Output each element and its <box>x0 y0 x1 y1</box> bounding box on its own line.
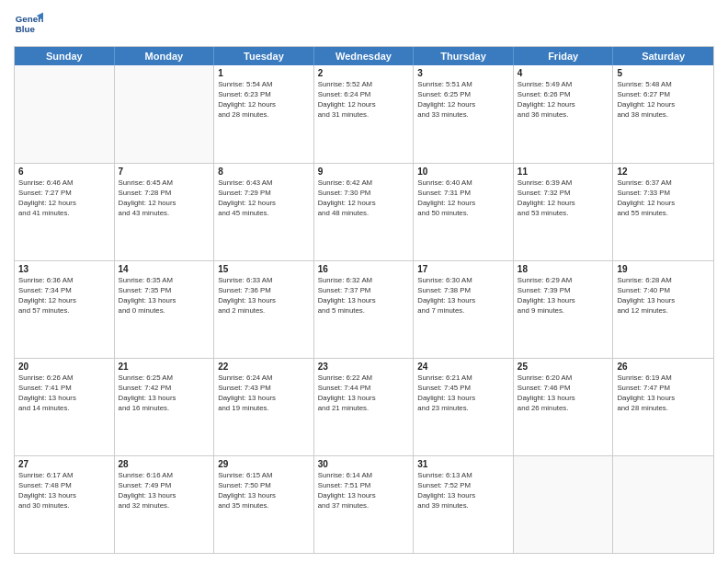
day-info: Sunrise: 5:52 AM Sunset: 6:24 PM Dayligh… <box>318 80 410 121</box>
day-number: 21 <box>119 362 210 372</box>
day-info: Sunrise: 6:46 AM Sunset: 7:27 PM Dayligh… <box>18 178 110 219</box>
table-row: 10Sunrise: 6:40 AM Sunset: 7:31 PM Dayli… <box>414 164 514 260</box>
day-info: Sunrise: 6:19 AM Sunset: 7:47 PM Dayligh… <box>617 373 710 414</box>
day-info: Sunrise: 5:51 AM Sunset: 6:25 PM Dayligh… <box>417 80 509 121</box>
day-info: Sunrise: 6:33 AM Sunset: 7:36 PM Dayligh… <box>218 276 310 316</box>
header: General Blue <box>14 9 714 39</box>
day-number: 24 <box>417 362 509 372</box>
table-row: 18Sunrise: 6:29 AM Sunset: 7:39 PM Dayli… <box>514 261 614 358</box>
table-row: 15Sunrise: 6:33 AM Sunset: 7:36 PM Dayli… <box>214 261 314 358</box>
day-number: 10 <box>417 167 509 177</box>
day-number: 29 <box>218 459 310 469</box>
header-day-monday: Monday <box>115 47 215 65</box>
day-info: Sunrise: 6:22 AM Sunset: 7:44 PM Dayligh… <box>318 373 410 414</box>
header-day-wednesday: Wednesday <box>314 47 415 65</box>
table-row: 12Sunrise: 6:37 AM Sunset: 7:33 PM Dayli… <box>613 164 713 260</box>
week-row-2: 6Sunrise: 6:46 AM Sunset: 7:27 PM Daylig… <box>15 163 713 260</box>
table-row: 23Sunrise: 6:22 AM Sunset: 7:44 PM Dayli… <box>314 359 415 455</box>
table-row: 4Sunrise: 5:49 AM Sunset: 6:26 PM Daylig… <box>514 65 614 163</box>
day-info: Sunrise: 6:45 AM Sunset: 7:28 PM Dayligh… <box>119 178 210 219</box>
day-info: Sunrise: 6:32 AM Sunset: 7:37 PM Dayligh… <box>318 276 410 316</box>
table-row: 27Sunrise: 6:17 AM Sunset: 7:48 PM Dayli… <box>15 456 115 553</box>
day-number: 9 <box>318 167 410 177</box>
day-number: 12 <box>617 167 710 177</box>
table-row: 7Sunrise: 6:45 AM Sunset: 7:28 PM Daylig… <box>115 164 215 260</box>
table-row <box>15 65 115 163</box>
day-number: 18 <box>518 264 609 274</box>
day-info: Sunrise: 6:40 AM Sunset: 7:31 PM Dayligh… <box>417 178 509 219</box>
header-day-thursday: Thursday <box>414 47 514 65</box>
day-info: Sunrise: 6:36 AM Sunset: 7:34 PM Dayligh… <box>18 276 110 316</box>
day-number: 22 <box>218 362 310 372</box>
table-row: 17Sunrise: 6:30 AM Sunset: 7:38 PM Dayli… <box>414 261 514 358</box>
table-row: 20Sunrise: 6:26 AM Sunset: 7:41 PM Dayli… <box>15 359 115 455</box>
table-row: 8Sunrise: 6:43 AM Sunset: 7:29 PM Daylig… <box>214 164 314 260</box>
table-row: 14Sunrise: 6:35 AM Sunset: 7:35 PM Dayli… <box>115 261 215 358</box>
day-info: Sunrise: 6:17 AM Sunset: 7:48 PM Dayligh… <box>18 471 110 511</box>
day-info: Sunrise: 6:14 AM Sunset: 7:51 PM Dayligh… <box>318 471 410 511</box>
day-info: Sunrise: 6:26 AM Sunset: 7:41 PM Dayligh… <box>18 373 110 414</box>
header-day-friday: Friday <box>514 47 614 65</box>
table-row: 19Sunrise: 6:28 AM Sunset: 7:40 PM Dayli… <box>613 261 713 358</box>
logo-icon: General Blue <box>14 9 43 39</box>
header-day-sunday: Sunday <box>15 47 115 65</box>
week-row-3: 13Sunrise: 6:36 AM Sunset: 7:34 PM Dayli… <box>15 260 713 358</box>
day-number: 3 <box>417 68 509 78</box>
day-info: Sunrise: 6:43 AM Sunset: 7:29 PM Dayligh… <box>218 178 310 219</box>
day-number: 31 <box>417 459 509 469</box>
calendar-body: 1Sunrise: 5:54 AM Sunset: 6:23 PM Daylig… <box>15 65 713 553</box>
calendar: SundayMondayTuesdayWednesdayThursdayFrid… <box>14 46 714 554</box>
day-number: 19 <box>617 264 710 274</box>
day-number: 5 <box>617 68 710 78</box>
day-number: 11 <box>518 167 609 177</box>
table-row: 11Sunrise: 6:39 AM Sunset: 7:32 PM Dayli… <box>514 164 614 260</box>
table-row <box>514 456 614 553</box>
day-number: 25 <box>518 362 609 372</box>
table-row: 6Sunrise: 6:46 AM Sunset: 7:27 PM Daylig… <box>15 164 115 260</box>
day-number: 16 <box>318 264 410 274</box>
table-row: 22Sunrise: 6:24 AM Sunset: 7:43 PM Dayli… <box>214 359 314 455</box>
week-row-5: 27Sunrise: 6:17 AM Sunset: 7:48 PM Dayli… <box>15 455 713 553</box>
day-info: Sunrise: 6:20 AM Sunset: 7:46 PM Dayligh… <box>518 373 609 414</box>
header-day-saturday: Saturday <box>613 47 713 65</box>
day-number: 1 <box>218 68 310 78</box>
day-number: 13 <box>18 264 110 274</box>
calendar-header: SundayMondayTuesdayWednesdayThursdayFrid… <box>15 47 713 65</box>
day-number: 17 <box>417 264 509 274</box>
day-number: 2 <box>318 68 410 78</box>
table-row: 26Sunrise: 6:19 AM Sunset: 7:47 PM Dayli… <box>613 359 713 455</box>
page: General Blue SundayMondayTuesdayWednesda… <box>0 0 728 563</box>
table-row: 29Sunrise: 6:15 AM Sunset: 7:50 PM Dayli… <box>214 456 314 553</box>
table-row <box>613 456 713 553</box>
day-number: 27 <box>18 459 110 469</box>
day-info: Sunrise: 6:28 AM Sunset: 7:40 PM Dayligh… <box>617 276 710 316</box>
table-row: 5Sunrise: 5:48 AM Sunset: 6:27 PM Daylig… <box>613 65 713 163</box>
day-info: Sunrise: 6:25 AM Sunset: 7:42 PM Dayligh… <box>119 373 210 414</box>
day-info: Sunrise: 5:49 AM Sunset: 6:26 PM Dayligh… <box>518 80 609 121</box>
day-number: 28 <box>119 459 210 469</box>
table-row: 13Sunrise: 6:36 AM Sunset: 7:34 PM Dayli… <box>15 261 115 358</box>
table-row: 30Sunrise: 6:14 AM Sunset: 7:51 PM Dayli… <box>314 456 415 553</box>
day-info: Sunrise: 6:39 AM Sunset: 7:32 PM Dayligh… <box>518 178 609 219</box>
day-number: 8 <box>218 167 310 177</box>
table-row: 3Sunrise: 5:51 AM Sunset: 6:25 PM Daylig… <box>414 65 514 163</box>
day-info: Sunrise: 6:13 AM Sunset: 7:52 PM Dayligh… <box>417 471 509 511</box>
logo: General Blue <box>14 9 43 39</box>
day-number: 30 <box>318 459 410 469</box>
table-row: 1Sunrise: 5:54 AM Sunset: 6:23 PM Daylig… <box>214 65 314 163</box>
day-number: 4 <box>518 68 609 78</box>
day-number: 14 <box>119 264 210 274</box>
day-number: 6 <box>18 167 110 177</box>
table-row: 31Sunrise: 6:13 AM Sunset: 7:52 PM Dayli… <box>414 456 514 553</box>
table-row: 16Sunrise: 6:32 AM Sunset: 7:37 PM Dayli… <box>314 261 415 358</box>
day-info: Sunrise: 6:35 AM Sunset: 7:35 PM Dayligh… <box>119 276 210 316</box>
day-info: Sunrise: 6:42 AM Sunset: 7:30 PM Dayligh… <box>318 178 410 219</box>
table-row: 21Sunrise: 6:25 AM Sunset: 7:42 PM Dayli… <box>115 359 215 455</box>
day-info: Sunrise: 6:15 AM Sunset: 7:50 PM Dayligh… <box>218 471 310 511</box>
table-row: 9Sunrise: 6:42 AM Sunset: 7:30 PM Daylig… <box>314 164 415 260</box>
day-info: Sunrise: 5:54 AM Sunset: 6:23 PM Dayligh… <box>218 80 310 121</box>
day-info: Sunrise: 6:16 AM Sunset: 7:49 PM Dayligh… <box>119 471 210 511</box>
week-row-1: 1Sunrise: 5:54 AM Sunset: 6:23 PM Daylig… <box>15 65 713 163</box>
day-info: Sunrise: 6:30 AM Sunset: 7:38 PM Dayligh… <box>417 276 509 316</box>
day-number: 26 <box>617 362 710 372</box>
